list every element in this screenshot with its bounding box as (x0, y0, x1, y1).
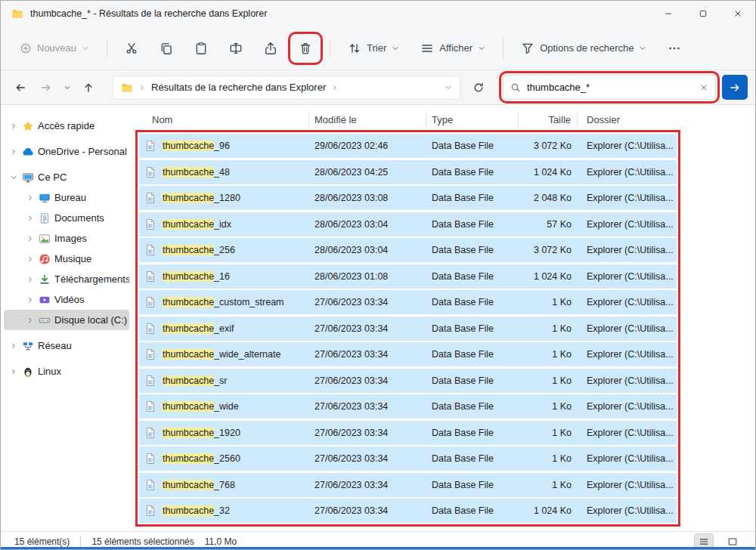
address-bar[interactable]: Résultats de la recherche dans Explorer (113, 76, 460, 100)
search-options-button[interactable]: Options de recherche (514, 36, 653, 61)
arrow-right-icon (40, 82, 52, 94)
table-row[interactable]: thumbcache_wide_alternate 27/06/2023 03:… (139, 342, 677, 366)
sidebar-item-images[interactable]: Images (4, 228, 129, 249)
file-name: thumbcache_exif (163, 323, 234, 334)
title-bar: thumbcache_* - Résultats de la recherche… (1, 1, 755, 26)
column-header-type[interactable]: Type (426, 112, 519, 127)
table-row[interactable]: thumbcache_exif 27/06/2023 03:34 Data Ba… (139, 317, 677, 341)
expander-chevron-icon[interactable] (10, 174, 18, 181)
forward-button[interactable] (34, 76, 58, 100)
sidebar-item-documents[interactable]: Documents (4, 208, 129, 228)
expander-chevron-icon[interactable] (10, 122, 18, 130)
file-folder: Explorer (C:\Utilisa... (578, 375, 677, 386)
expander-chevron-icon[interactable] (26, 255, 35, 263)
expander-chevron-icon[interactable] (10, 148, 18, 156)
file-name: thumbcache_32 (163, 505, 230, 516)
sidebar-item-bureau[interactable]: Bureau (4, 187, 129, 208)
search-go-button[interactable] (722, 75, 748, 100)
expander-chevron-icon[interactable] (26, 235, 35, 243)
file-size: 1 Ko (519, 323, 578, 334)
database-file-icon (144, 453, 156, 465)
column-header-dossier[interactable]: Dossier (578, 112, 677, 127)
refresh-button[interactable] (466, 76, 491, 100)
file-list: thumbcache_96 29/06/2023 02:46 Data Base… (139, 134, 677, 523)
sidebar-item-onedrive-personal[interactable]: OneDrive - Personal (4, 141, 129, 162)
table-row[interactable]: thumbcache_16 28/06/2023 01:08 Data Base… (139, 264, 677, 289)
table-row[interactable]: thumbcache_sr 27/06/2023 03:34 Data Base… (139, 369, 677, 393)
file-folder: Explorer (C:\Utilisa... (578, 505, 677, 516)
new-button[interactable]: Nouveau (13, 36, 96, 60)
table-row[interactable]: thumbcache_96 29/06/2023 02:46 Data Base… (139, 134, 677, 158)
table-row[interactable]: thumbcache_2560 27/06/2023 03:34 Data Ba… (139, 446, 677, 471)
breadcrumb[interactable]: Résultats de la recherche dans Explorer (151, 82, 326, 93)
file-name: thumbcache_16 (163, 271, 230, 282)
share-icon (264, 42, 277, 55)
close-button[interactable] (720, 1, 755, 26)
sidebar-item-label: Réseau (38, 340, 72, 351)
expander-chevron-icon[interactable] (26, 194, 35, 202)
view-button[interactable]: Afficher (414, 36, 492, 61)
sort-button[interactable]: Trier (341, 36, 406, 61)
sidebar-item-ce-pc[interactable]: Ce PC (4, 167, 129, 187)
back-button[interactable] (8, 76, 33, 100)
file-folder: Explorer (C:\Utilisa... (578, 141, 677, 151)
minimize-button[interactable] (651, 1, 686, 26)
address-dropdown-icon[interactable] (445, 84, 452, 91)
video-icon (39, 294, 51, 306)
file-size: 1 Ko (519, 349, 578, 360)
sidebar-item-vid-os[interactable]: Vidéos (4, 289, 129, 310)
file-name: thumbcache_256 (163, 245, 235, 255)
table-row[interactable]: thumbcache_1280 28/06/2023 03:08 Data Ba… (139, 186, 677, 210)
expander-chevron-icon[interactable] (26, 276, 35, 283)
minimize-icon (664, 9, 673, 18)
table-row[interactable]: thumbcache_32 27/06/2023 03:34 Data Base… (139, 499, 677, 523)
sidebar-item-musique[interactable]: Musique (4, 249, 129, 269)
breadcrumb-chevron-icon[interactable] (332, 85, 338, 91)
up-button[interactable] (76, 76, 101, 100)
search-input[interactable] (527, 82, 693, 93)
clear-search-icon[interactable] (699, 83, 708, 92)
expander-chevron-icon[interactable] (10, 368, 18, 375)
file-size: 57 Ko (519, 219, 578, 230)
expander-chevron-icon[interactable] (26, 215, 35, 222)
cut-button[interactable] (118, 36, 145, 61)
table-row[interactable]: thumbcache_idx 28/06/2023 03:04 Data Bas… (139, 212, 677, 236)
expander-chevron-icon[interactable] (10, 342, 18, 350)
more-options-button[interactable] (661, 36, 688, 61)
recent-locations-button[interactable] (60, 76, 75, 100)
database-file-icon (144, 244, 156, 256)
file-type: Data Base File (426, 271, 519, 282)
sidebar-item-linux[interactable]: Linux (4, 361, 129, 382)
column-header-nom[interactable]: Nom (139, 112, 309, 127)
table-row[interactable]: thumbcache_256 28/06/2023 03:04 Data Bas… (139, 238, 677, 262)
view-lines-icon (420, 42, 434, 55)
sidebar-item-disque-local-c[interactable]: Disque local (C:) (4, 310, 129, 330)
sidebar-item-t-l-chargements[interactable]: Téléchargements (4, 269, 129, 289)
table-row[interactable]: thumbcache_wide 27/06/2023 03:34 Data Ba… (139, 394, 677, 419)
table-row[interactable]: thumbcache_custom_stream 27/06/2023 03:3… (139, 290, 677, 314)
table-row[interactable]: thumbcache_1920 27/06/2023 03:34 Data Ba… (139, 421, 677, 445)
column-header-taille[interactable]: Taille (519, 112, 578, 127)
maximize-button[interactable] (686, 1, 720, 26)
expander-chevron-icon[interactable] (26, 296, 35, 304)
table-row[interactable]: thumbcache_768 27/06/2023 03:34 Data Bas… (139, 473, 677, 497)
file-modified: 27/06/2023 03:34 (309, 428, 426, 438)
rename-button[interactable] (222, 36, 249, 61)
delete-button[interactable] (292, 36, 319, 61)
paste-button[interactable] (187, 36, 215, 61)
table-row[interactable]: thumbcache_48 28/06/2023 04:25 Data Base… (139, 160, 677, 184)
maximize-icon (699, 9, 708, 18)
paste-icon (194, 42, 208, 55)
search-box[interactable] (503, 75, 716, 100)
file-name-cell: thumbcache_2560 (139, 453, 309, 465)
copy-button[interactable] (153, 36, 180, 61)
sidebar-item-label: Images (54, 233, 87, 244)
rename-icon (229, 42, 243, 55)
sidebar-item-r-seau[interactable]: Réseau (4, 335, 129, 356)
column-header-modifie-le[interactable]: Modifié le (309, 112, 426, 127)
file-type: Data Base File (426, 505, 519, 516)
sidebar-item-acc-s-rapide[interactable]: Accès rapide (4, 116, 129, 136)
expander-chevron-icon[interactable] (26, 317, 35, 324)
share-button[interactable] (257, 36, 284, 61)
file-name-cell: thumbcache_idx (139, 218, 309, 230)
